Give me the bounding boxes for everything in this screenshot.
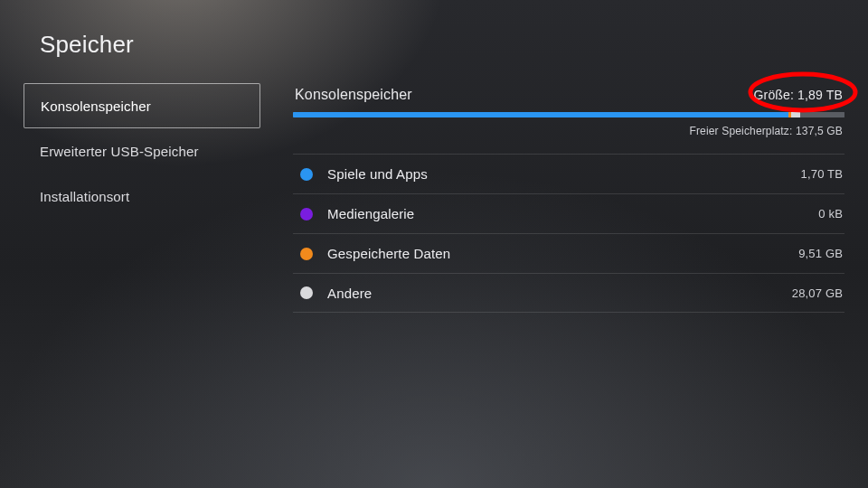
- size-prefix: Größe:: [754, 88, 798, 102]
- dot-icon: [300, 208, 313, 221]
- sidebar-item-console-storage[interactable]: Konsolenspeicher: [24, 83, 260, 128]
- category-size: 0 kB: [818, 207, 843, 221]
- capacity-bar: [293, 112, 844, 117]
- storage-header: Konsolenspeicher Größe: 1,89 TB: [293, 83, 844, 112]
- storage-free-space: Freier Speicherplatz: 137,5 GB: [293, 117, 844, 154]
- category-label: Andere: [327, 286, 792, 301]
- capacity-seg-free: [800, 112, 844, 117]
- size-value: 1,89 TB: [797, 88, 843, 102]
- storage-section-title: Konsolenspeicher: [295, 87, 412, 103]
- free-prefix: Freier Speicherplatz:: [689, 125, 796, 137]
- category-row-media[interactable]: Mediengalerie 0 kB: [293, 193, 844, 233]
- category-size: 28,07 GB: [792, 286, 843, 300]
- sidebar: Konsolenspeicher Erweiterter USB-Speiche…: [24, 83, 260, 219]
- capacity-seg-games: [293, 112, 788, 117]
- dot-icon: [300, 248, 313, 260]
- dot-icon: [300, 286, 313, 299]
- capacity-seg-other: [791, 112, 799, 117]
- category-size: 1,70 TB: [801, 167, 843, 181]
- category-size: 9,51 GB: [798, 247, 843, 260]
- category-row-saved[interactable]: Gespeicherte Daten 9,51 GB: [293, 233, 844, 273]
- storage-total-size: Größe: 1,89 TB: [754, 88, 843, 102]
- category-label: Gespeicherte Daten: [327, 246, 798, 261]
- category-label: Mediengalerie: [327, 206, 818, 221]
- category-label: Spiele und Apps: [327, 166, 801, 182]
- dot-icon: [300, 168, 313, 181]
- sidebar-item-label: Installationsort: [40, 189, 129, 204]
- category-row-other[interactable]: Andere 28,07 GB: [293, 273, 844, 313]
- sidebar-item-install-location[interactable]: Installationsort: [24, 174, 260, 219]
- sidebar-item-label: Konsolenspeicher: [41, 99, 151, 114]
- sidebar-item-usb-extended[interactable]: Erweiterter USB-Speicher: [24, 128, 260, 174]
- sidebar-item-label: Erweiterter USB-Speicher: [40, 144, 199, 159]
- main-panel: Konsolenspeicher Größe: 1,89 TB Freier S…: [293, 83, 844, 313]
- page-title: Speicher: [40, 31, 134, 59]
- category-row-games[interactable]: Spiele und Apps 1,70 TB: [293, 154, 844, 193]
- free-value: 137,5 GB: [796, 125, 843, 137]
